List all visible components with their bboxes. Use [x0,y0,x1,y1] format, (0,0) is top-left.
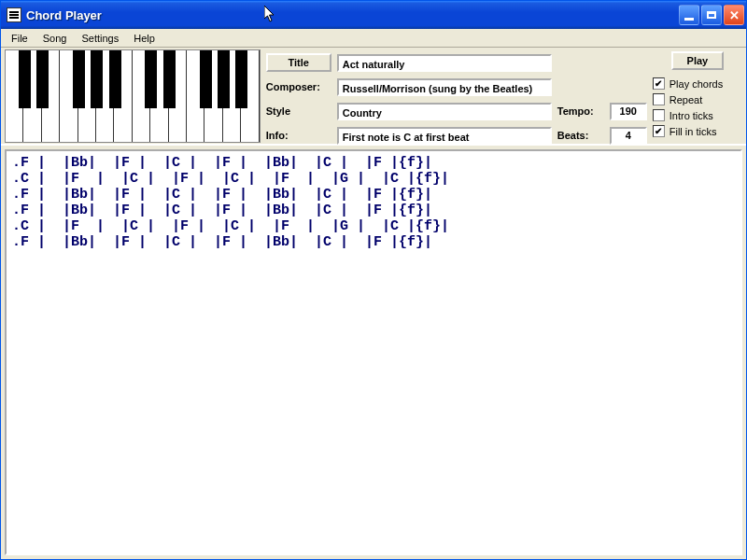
minimize-button[interactable] [679,5,699,25]
style-field[interactable]: Country [337,103,552,120]
check-repeat[interactable]: Repeat [653,93,742,105]
beats-label: Beats: [557,130,604,141]
check-intro-ticks[interactable]: Intro ticks [653,109,742,121]
beats-field[interactable]: 4 [610,127,647,145]
style-label: Style [266,105,331,117]
black-key[interactable] [36,50,49,108]
chord-editor[interactable]: .F | |Bb| |F | |C | |F | |Bb| |C | |F |{… [5,149,742,555]
top-panel: Title Act naturally Composer: Russell/Mo… [1,48,746,146]
black-key[interactable] [235,50,247,108]
checkbox-icon: ✔ [653,77,665,90]
black-key[interactable] [218,50,230,108]
black-key[interactable] [73,50,85,108]
black-key[interactable] [145,50,157,108]
song-info-form: Title Act naturally Composer: Russell/Mo… [266,49,647,140]
menu-help[interactable]: Help [127,31,162,46]
maximize-button[interactable] [701,5,722,25]
menu-settings[interactable]: Settings [75,31,125,46]
play-button[interactable]: Play [671,51,724,70]
mouse-cursor-icon [264,6,275,22]
composer-field[interactable]: Russell/Morrison (sung by the Beatles) [337,78,552,96]
title-field[interactable]: Act naturally [337,54,552,72]
black-key[interactable] [200,50,212,108]
black-key[interactable] [163,50,176,108]
titlebar: Chord Player ✕ [1,1,746,29]
info-label: Info: [266,130,331,141]
window-buttons: ✕ [679,5,744,25]
composer-label: Composer: [266,81,331,92]
checkbox-icon [653,109,665,121]
app-window: Chord Player ✕ File Song Settings Help T… [0,0,747,560]
black-key[interactable] [91,50,103,108]
check-play-chords[interactable]: ✔Play chords [653,77,742,90]
checkbox-icon: ✔ [653,125,665,137]
checkbox-icon [653,93,665,105]
app-icon [7,7,21,22]
check-fill-in-ticks[interactable]: ✔Fill in ticks [653,125,742,137]
close-button[interactable]: ✕ [724,5,744,25]
piano-keyboard[interactable] [5,49,261,143]
tempo-label: Tempo: [557,105,604,117]
playback-controls: Play ✔Play chords Repeat Intro ticks ✔Fi… [653,49,742,140]
tempo-field[interactable]: 190 [610,103,647,120]
black-key[interactable] [19,50,31,108]
black-key[interactable] [109,50,121,108]
window-title: Chord Player [26,8,679,22]
title-button[interactable]: Title [266,53,331,72]
info-field[interactable]: First note is C at first beat [337,127,552,145]
menubar: File Song Settings Help [1,29,746,48]
menu-file[interactable]: File [5,31,35,46]
menu-song[interactable]: Song [36,31,74,46]
